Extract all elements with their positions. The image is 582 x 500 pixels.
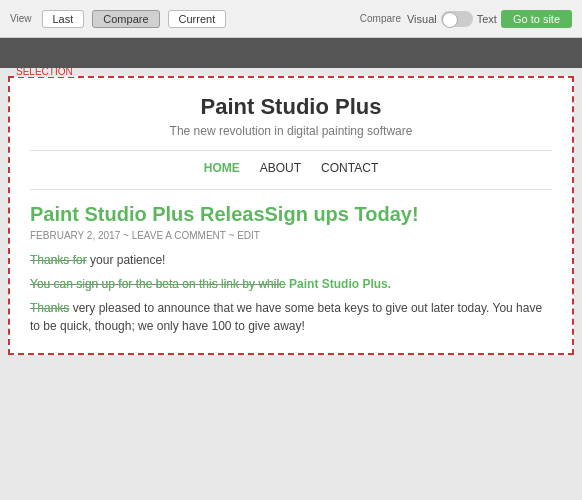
nav-about[interactable]: ABOUT (260, 161, 301, 175)
compare-group: Compare Visual Text Go to site (360, 10, 572, 28)
para2-brand: Paint Studio Plus. (289, 277, 391, 291)
site-content: Paint Studio Plus The new revolution in … (10, 78, 572, 353)
article-title-part1: Paint Studio Plus Releas (30, 203, 265, 225)
para3-base: Thanks very pleased to announce that we … (30, 299, 552, 335)
visual-text-toggle[interactable] (441, 11, 473, 27)
article-title-part2: Sign ups Today! (265, 203, 419, 225)
toolbar: View Last Compare Current Compare Visual… (0, 0, 582, 38)
current-button[interactable]: Current (168, 10, 227, 28)
meta-sep2: ~ (229, 230, 235, 241)
para1-container: Thanks for your patience! Thanks for (30, 251, 552, 269)
nav-divider (30, 189, 552, 190)
article: Paint Studio Plus ReleasSign ups Today! … (30, 202, 552, 335)
article-title: Paint Studio Plus ReleasSign ups Today! (30, 202, 552, 226)
para2-container: You can sign up for the beta on this lin… (30, 275, 552, 293)
para3-rest: very pleased to announce that we have so… (30, 301, 542, 333)
selection-label: SELECTION (14, 68, 75, 77)
gray-bar (0, 38, 582, 68)
site-nav: HOME ABOUT CONTACT (30, 161, 552, 175)
view-label: View (10, 13, 32, 24)
para2-overlay: You can sign up for the beta on this lin… (30, 275, 286, 293)
site-divider (30, 150, 552, 151)
go-to-site-button[interactable]: Go to site (501, 10, 572, 28)
last-button[interactable]: Last (42, 10, 85, 28)
compare-button[interactable]: Compare (92, 10, 159, 28)
para1-base: Thanks for your patience! (30, 251, 552, 269)
main-area: SELECTION Paint Studio Plus The new revo… (0, 68, 582, 500)
visual-label: Visual (407, 13, 437, 25)
nav-home[interactable]: HOME (204, 161, 240, 175)
article-edit[interactable]: EDIT (237, 230, 260, 241)
text-label: Text (477, 13, 497, 25)
article-comment-link[interactable]: LEAVE A COMMENT (132, 230, 226, 241)
selection-box: SELECTION Paint Studio Plus The new revo… (8, 76, 574, 355)
para3-overlay: Thanks (30, 299, 69, 317)
compare-section-label: Compare (360, 13, 401, 24)
article-meta: FEBRUARY 2, 2017 ~ LEAVE A COMMENT ~ EDI… (30, 230, 552, 241)
site-tagline: The new revolution in digital painting s… (30, 124, 552, 138)
para3-container: Thanks very pleased to announce that we … (30, 299, 552, 335)
para1-overlay: Thanks for (30, 251, 87, 269)
meta-sep1: ~ (123, 230, 129, 241)
article-date: FEBRUARY 2, 2017 (30, 230, 120, 241)
nav-contact[interactable]: CONTACT (321, 161, 378, 175)
para1-rest: your patience! (87, 253, 166, 267)
visual-text-toggle-container: Visual Text (407, 11, 497, 27)
article-body: Thanks for your patience! Thanks for You… (30, 251, 552, 335)
site-title: Paint Studio Plus (30, 94, 552, 120)
